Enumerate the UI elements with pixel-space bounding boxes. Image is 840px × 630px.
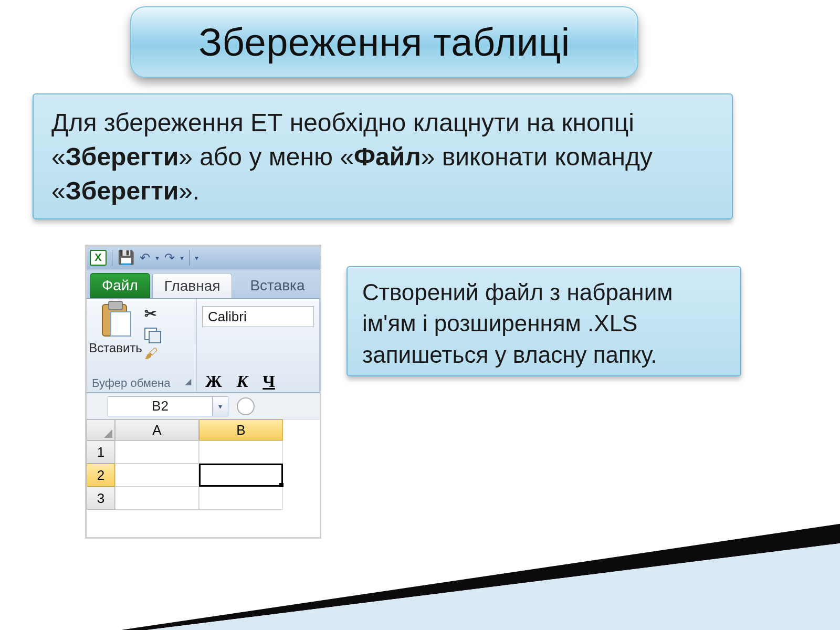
paste-label: Вставить — [89, 341, 142, 355]
instr-b3: Зберегти — [66, 177, 178, 205]
instr-t2: » або у меню « — [178, 143, 354, 171]
select-all-corner[interactable] — [87, 419, 115, 440]
row-header-3[interactable]: 3 — [87, 487, 115, 510]
info-panel: Створений файл з набраним ім'ям і розшир… — [346, 266, 741, 376]
excel-app-icon: X — [90, 250, 107, 266]
tab-file[interactable]: Файл — [90, 273, 150, 298]
paste-button[interactable]: Вставить — [92, 302, 139, 355]
row-header-2[interactable]: 2 — [87, 464, 115, 487]
save-icon[interactable]: 💾 — [118, 249, 134, 266]
cell-a3[interactable] — [115, 487, 199, 510]
instr-b1: Зберегти — [66, 143, 178, 171]
row-header-1[interactable]: 1 — [87, 440, 115, 464]
undo-dropdown-icon[interactable]: ▾ — [155, 254, 159, 262]
cell-b1[interactable] — [199, 440, 283, 464]
name-box[interactable]: B2 — [108, 396, 213, 416]
info-text: Створений файл з набраним ім'ям і розшир… — [362, 279, 673, 368]
italic-button[interactable]: К — [237, 372, 248, 391]
instr-t4: ». — [178, 177, 200, 205]
clipboard-group-label: Буфер обмена ◢ — [92, 376, 191, 391]
bold-button[interactable]: Ж — [205, 372, 222, 391]
underline-button[interactable]: Ч — [262, 372, 275, 391]
slide-title: Збереження таблиці — [198, 20, 570, 65]
ribbon-tabs: Файл Главная Вставка — [87, 269, 320, 299]
fx-button-icon[interactable] — [237, 397, 255, 415]
slide-title-box: Збереження таблиці — [130, 6, 638, 78]
font-group: Calibri Ж К Ч — [197, 299, 320, 392]
redo-icon[interactable]: ↷ — [164, 250, 175, 265]
ribbon: Вставить ✂ 🖌 Буфер обмена ◢ Calibri Ж К … — [87, 299, 320, 393]
copy-icon[interactable] — [144, 328, 160, 340]
col-header-a[interactable]: A — [115, 419, 199, 440]
clipboard-group-text: Буфер обмена — [92, 376, 171, 390]
clipboard-group: Вставить ✂ 🖌 Буфер обмена ◢ — [87, 299, 197, 392]
excel-screenshot: X 💾 ↶ ▾ ↷ ▾ ▾ Файл Главная Вставка Встав… — [85, 245, 321, 539]
svg-marker-1 — [0, 536, 840, 630]
instr-b2: Файл — [354, 143, 421, 171]
dialog-launcher-icon[interactable]: ◢ — [185, 376, 191, 386]
formula-bar-row: B2 ▾ — [87, 393, 320, 419]
qat-separator-2 — [189, 250, 190, 266]
name-box-dropdown-icon[interactable]: ▾ — [213, 396, 228, 416]
cell-b2-active[interactable] — [199, 464, 283, 487]
qat-customize-icon[interactable]: ▾ — [195, 254, 198, 262]
cell-b3[interactable] — [199, 487, 283, 510]
tab-home[interactable]: Главная — [152, 273, 233, 298]
col-header-b[interactable]: B — [199, 419, 283, 440]
cut-icon[interactable]: ✂ — [144, 305, 160, 322]
qat-separator — [112, 250, 112, 266]
instruction-panel: Для збереження ЕТ необхідно клацнути на … — [33, 93, 733, 219]
undo-icon[interactable]: ↶ — [140, 250, 150, 265]
cell-a1[interactable] — [115, 440, 199, 464]
paste-icon — [100, 302, 131, 339]
cell-a2[interactable] — [115, 464, 199, 487]
tab-insert[interactable]: Вставка — [238, 273, 316, 298]
quick-access-toolbar: X 💾 ↶ ▾ ↷ ▾ ▾ — [87, 246, 320, 269]
redo-dropdown-icon[interactable]: ▾ — [180, 254, 184, 262]
format-painter-icon[interactable]: 🖌 — [144, 345, 160, 362]
worksheet-grid[interactable]: A B 1 2 3 — [87, 419, 320, 510]
font-name-box[interactable]: Calibri — [202, 306, 314, 327]
